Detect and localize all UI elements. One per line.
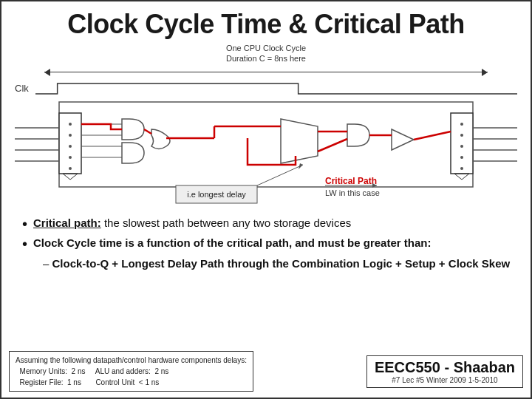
svg-point-9 — [460, 123, 463, 126]
svg-point-2 — [69, 123, 72, 126]
hardware-info-line2: Memory Units: 2 ns ALU and adders: 2 ns — [16, 366, 247, 377]
svg-marker-28 — [392, 129, 414, 150]
critical-path-term: Critical path: — [33, 216, 101, 229]
svg-line-29 — [144, 129, 151, 134]
cpu-cycle-label: One CPU Clock Cycle Duration C = 8ns her… — [15, 43, 517, 64]
circuit-diagram: i.e longest delay Critical Path LW in th… — [15, 98, 517, 213]
svg-point-11 — [460, 145, 463, 148]
bullet-1-text: Critical path: the slowest path between … — [33, 216, 517, 231]
svg-text:Critical Path: Critical Path — [325, 176, 377, 186]
bullet-dot-2: • — [22, 234, 27, 254]
eecc-subtitle: #7 Lec #5 Winter 2009 1-5-2010 — [375, 376, 515, 384]
svg-text:LW in this case: LW in this case — [325, 188, 380, 197]
slide: Clock Cycle Time & Critical Path One CPU… — [0, 0, 532, 399]
svg-marker-27 — [281, 119, 318, 163]
clk-label: Clk — [15, 83, 35, 94]
svg-point-12 — [460, 156, 463, 159]
svg-point-3 — [69, 134, 72, 137]
svg-rect-0 — [59, 102, 473, 187]
svg-text:i.e longest delay: i.e longest delay — [187, 190, 246, 199]
svg-line-35 — [318, 139, 347, 151]
hardware-info-box: Assuming the following datapath/control … — [9, 351, 253, 392]
bullet-1: • Critical path: the slowest path betwee… — [22, 216, 517, 234]
bottom-bar: Assuming the following datapath/control … — [9, 351, 523, 392]
eecc-box: EECC550 - Shaaban #7 Lec #5 Winter 2009 … — [366, 355, 523, 388]
eecc-title: EECC550 - Shaaban — [375, 359, 515, 376]
svg-point-4 — [69, 145, 72, 148]
cpu-cycle-arrow — [44, 66, 488, 79]
svg-point-10 — [460, 134, 463, 137]
page-title: Clock Cycle Time & Critical Path — [15, 9, 517, 40]
hardware-info-line3: Register File: 1 ns Control Unit < 1 ns — [16, 377, 247, 388]
svg-marker-7 — [63, 174, 78, 180]
svg-line-36 — [414, 132, 451, 140]
clk-row: Clk — [15, 81, 517, 97]
svg-marker-14 — [454, 174, 469, 180]
hardware-info-line1: Assuming the following datapath/control … — [16, 355, 247, 366]
bullet-list: • Critical path: the slowest path betwee… — [15, 216, 517, 271]
svg-point-5 — [69, 156, 72, 159]
svg-rect-1 — [59, 113, 81, 174]
bullet-dot-1: • — [22, 214, 27, 234]
svg-point-6 — [69, 167, 72, 170]
sub-bullet-1: – Clock-to-Q + Longest Delay Path throug… — [43, 256, 517, 271]
clk-waveform — [35, 81, 517, 97]
svg-rect-8 — [451, 113, 473, 174]
svg-line-39 — [257, 165, 303, 185]
sub-bullet-list: – Clock-to-Q + Longest Delay Path throug… — [22, 256, 517, 271]
bullet-2-text: Clock Cycle time is a function of the cr… — [33, 236, 517, 250]
bullet-2: • Clock Cycle time is a function of the … — [22, 236, 517, 254]
svg-point-13 — [460, 167, 463, 170]
